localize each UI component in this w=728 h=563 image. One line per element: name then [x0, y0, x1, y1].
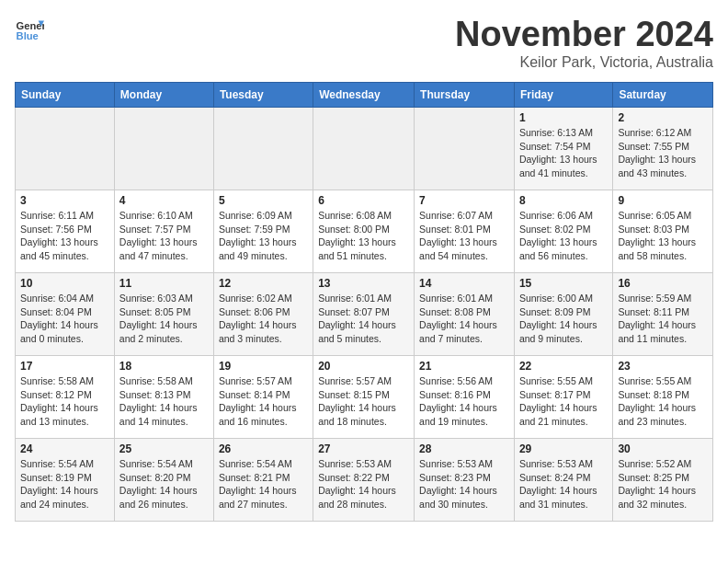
day-number: 25: [119, 442, 209, 455]
day-info: Sunrise: 5:58 AM Sunset: 8:13 PM Dayligh…: [119, 374, 209, 429]
calendar-week-row: 24Sunrise: 5:54 AM Sunset: 8:19 PM Dayli…: [16, 439, 713, 522]
month-title: November 2024: [455, 15, 713, 54]
calendar-cell: 3Sunrise: 6:11 AM Sunset: 7:56 PM Daylig…: [16, 190, 115, 273]
day-number: 20: [318, 360, 409, 373]
calendar-cell: [415, 108, 515, 190]
day-info: Sunrise: 6:06 AM Sunset: 8:02 PM Dayligh…: [519, 209, 608, 263]
calendar-cell: 11Sunrise: 6:03 AM Sunset: 8:05 PM Dayli…: [114, 273, 213, 356]
calendar-cell: 24Sunrise: 5:54 AM Sunset: 8:19 PM Dayli…: [16, 439, 115, 522]
calendar-cell: 10Sunrise: 6:04 AM Sunset: 8:04 PM Dayli…: [16, 273, 115, 356]
calendar-cell: [114, 108, 213, 190]
calendar-body: 1Sunrise: 6:13 AM Sunset: 7:54 PM Daylig…: [16, 108, 713, 522]
calendar-cell: 19Sunrise: 5:57 AM Sunset: 8:14 PM Dayli…: [213, 356, 313, 439]
calendar-cell: 14Sunrise: 6:01 AM Sunset: 8:08 PM Dayli…: [415, 273, 515, 356]
day-info: Sunrise: 6:12 AM Sunset: 7:55 PM Dayligh…: [618, 126, 708, 180]
calendar-cell: 22Sunrise: 5:55 AM Sunset: 8:17 PM Dayli…: [514, 356, 612, 439]
day-info: Sunrise: 5:53 AM Sunset: 8:22 PM Dayligh…: [318, 457, 409, 511]
day-info: Sunrise: 6:00 AM Sunset: 8:09 PM Dayligh…: [519, 292, 608, 346]
calendar-cell: 21Sunrise: 5:56 AM Sunset: 8:16 PM Dayli…: [415, 356, 515, 439]
day-info: Sunrise: 5:53 AM Sunset: 8:24 PM Dayligh…: [519, 457, 608, 511]
calendar-cell: 5Sunrise: 6:09 AM Sunset: 7:59 PM Daylig…: [213, 190, 313, 273]
calendar-cell: 1Sunrise: 6:13 AM Sunset: 7:54 PM Daylig…: [514, 108, 612, 190]
day-info: Sunrise: 6:05 AM Sunset: 8:03 PM Dayligh…: [618, 209, 708, 263]
day-info: Sunrise: 6:02 AM Sunset: 8:06 PM Dayligh…: [219, 292, 308, 346]
weekday-header-wednesday: Wednesday: [313, 83, 415, 108]
calendar-cell: 23Sunrise: 5:55 AM Sunset: 8:18 PM Dayli…: [613, 356, 713, 439]
day-number: 3: [20, 194, 109, 207]
calendar-header-row: SundayMondayTuesdayWednesdayThursdayFrid…: [16, 83, 713, 108]
day-info: Sunrise: 5:54 AM Sunset: 8:21 PM Dayligh…: [219, 457, 308, 511]
calendar-cell: 16Sunrise: 5:59 AM Sunset: 8:11 PM Dayli…: [613, 273, 713, 356]
day-info: Sunrise: 5:52 AM Sunset: 8:25 PM Dayligh…: [618, 457, 708, 511]
day-number: 16: [618, 277, 708, 290]
day-info: Sunrise: 5:57 AM Sunset: 8:14 PM Dayligh…: [219, 374, 308, 429]
calendar-cell: 15Sunrise: 6:00 AM Sunset: 8:09 PM Dayli…: [514, 273, 612, 356]
weekday-header-saturday: Saturday: [613, 83, 713, 108]
day-number: 7: [419, 194, 509, 207]
calendar-week-row: 10Sunrise: 6:04 AM Sunset: 8:04 PM Dayli…: [16, 273, 713, 356]
day-number: 23: [618, 360, 708, 373]
calendar-cell: 20Sunrise: 5:57 AM Sunset: 8:15 PM Dayli…: [313, 356, 415, 439]
day-number: 18: [119, 360, 209, 373]
weekday-header-monday: Monday: [114, 83, 213, 108]
day-number: 6: [318, 194, 409, 207]
day-info: Sunrise: 6:01 AM Sunset: 8:07 PM Dayligh…: [318, 292, 409, 346]
title-block: November 2024 Keilor Park, Victoria, Aus…: [455, 15, 713, 71]
calendar-cell: [16, 108, 115, 190]
calendar-cell: 9Sunrise: 6:05 AM Sunset: 8:03 PM Daylig…: [613, 190, 713, 273]
day-info: Sunrise: 5:59 AM Sunset: 8:11 PM Dayligh…: [618, 292, 708, 346]
day-number: 28: [419, 442, 509, 455]
weekday-header-thursday: Thursday: [415, 83, 515, 108]
day-info: Sunrise: 5:58 AM Sunset: 8:12 PM Dayligh…: [20, 374, 109, 429]
calendar-cell: 18Sunrise: 5:58 AM Sunset: 8:13 PM Dayli…: [114, 356, 213, 439]
day-number: 30: [618, 442, 708, 455]
day-info: Sunrise: 6:07 AM Sunset: 8:01 PM Dayligh…: [419, 209, 509, 263]
day-info: Sunrise: 6:11 AM Sunset: 7:56 PM Dayligh…: [20, 209, 109, 263]
day-info: Sunrise: 5:56 AM Sunset: 8:16 PM Dayligh…: [419, 374, 509, 429]
day-info: Sunrise: 6:09 AM Sunset: 7:59 PM Dayligh…: [219, 209, 308, 263]
weekday-header-friday: Friday: [514, 83, 612, 108]
calendar-cell: [213, 108, 313, 190]
logo: General Blue: [15, 15, 44, 44]
logo-icon: General Blue: [15, 15, 44, 44]
svg-text:Blue: Blue: [17, 30, 39, 41]
location-title: Keilor Park, Victoria, Australia: [455, 54, 713, 71]
calendar-cell: 6Sunrise: 6:08 AM Sunset: 8:00 PM Daylig…: [313, 190, 415, 273]
day-info: Sunrise: 6:08 AM Sunset: 8:00 PM Dayligh…: [318, 209, 409, 263]
day-info: Sunrise: 6:10 AM Sunset: 7:57 PM Dayligh…: [119, 209, 209, 263]
day-info: Sunrise: 6:03 AM Sunset: 8:05 PM Dayligh…: [119, 292, 209, 346]
calendar-cell: 7Sunrise: 6:07 AM Sunset: 8:01 PM Daylig…: [415, 190, 515, 273]
day-number: 2: [618, 111, 708, 124]
weekday-header-sunday: Sunday: [16, 83, 115, 108]
day-info: Sunrise: 5:54 AM Sunset: 8:20 PM Dayligh…: [119, 457, 209, 511]
calendar-cell: 4Sunrise: 6:10 AM Sunset: 7:57 PM Daylig…: [114, 190, 213, 273]
day-number: 21: [419, 360, 509, 373]
day-number: 11: [119, 277, 209, 290]
day-number: 24: [20, 442, 109, 455]
day-info: Sunrise: 5:57 AM Sunset: 8:15 PM Dayligh…: [318, 374, 409, 429]
calendar-cell: 26Sunrise: 5:54 AM Sunset: 8:21 PM Dayli…: [213, 439, 313, 522]
day-number: 26: [219, 442, 308, 455]
calendar-cell: 8Sunrise: 6:06 AM Sunset: 8:02 PM Daylig…: [514, 190, 612, 273]
day-number: 15: [519, 277, 608, 290]
day-number: 12: [219, 277, 308, 290]
day-number: 22: [519, 360, 608, 373]
calendar-cell: 2Sunrise: 6:12 AM Sunset: 7:55 PM Daylig…: [613, 108, 713, 190]
calendar-cell: 17Sunrise: 5:58 AM Sunset: 8:12 PM Dayli…: [16, 356, 115, 439]
day-number: 17: [20, 360, 109, 373]
day-info: Sunrise: 6:13 AM Sunset: 7:54 PM Dayligh…: [519, 126, 608, 180]
day-info: Sunrise: 5:55 AM Sunset: 8:17 PM Dayligh…: [519, 374, 608, 429]
weekday-header-tuesday: Tuesday: [213, 83, 313, 108]
calendar-week-row: 1Sunrise: 6:13 AM Sunset: 7:54 PM Daylig…: [16, 108, 713, 190]
day-number: 13: [318, 277, 409, 290]
day-info: Sunrise: 5:54 AM Sunset: 8:19 PM Dayligh…: [20, 457, 109, 511]
day-number: 8: [519, 194, 608, 207]
calendar-cell: 13Sunrise: 6:01 AM Sunset: 8:07 PM Dayli…: [313, 273, 415, 356]
page-header: General Blue November 2024 Keilor Park, …: [15, 15, 713, 71]
calendar-cell: 29Sunrise: 5:53 AM Sunset: 8:24 PM Dayli…: [514, 439, 612, 522]
day-number: 4: [119, 194, 209, 207]
calendar-cell: [313, 108, 415, 190]
day-number: 14: [419, 277, 509, 290]
calendar-cell: 25Sunrise: 5:54 AM Sunset: 8:20 PM Dayli…: [114, 439, 213, 522]
day-info: Sunrise: 5:53 AM Sunset: 8:23 PM Dayligh…: [419, 457, 509, 511]
